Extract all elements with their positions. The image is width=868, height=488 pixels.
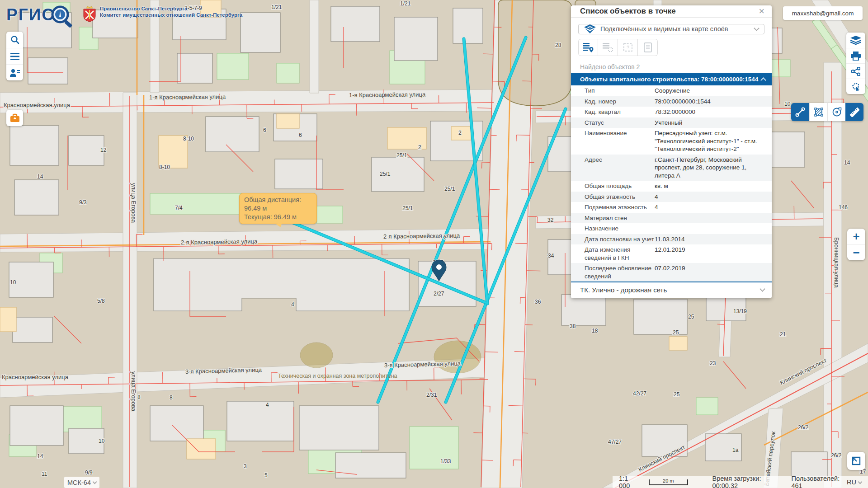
- rect-question-icon: ?: [623, 42, 633, 52]
- street-name-label: Бронницкая улица: [833, 237, 840, 288]
- map-scale[interactable]: 1:1 000: [619, 475, 639, 488]
- user-email[interactable]: maxxshab@gmail.com: [783, 6, 863, 20]
- object-info-panel: Список объектов в точке × Подключённых и…: [571, 5, 772, 298]
- house-number-label: 2: [418, 144, 421, 150]
- zoom-out-button[interactable]: −: [847, 244, 865, 260]
- house-number-label: 2/27: [434, 291, 444, 297]
- panel-header: Список объектов в точке ×: [571, 5, 772, 18]
- house-number-label: 25/1: [396, 152, 407, 159]
- house-number-label: 9/3: [79, 199, 87, 206]
- house-number-label: 1/33: [440, 458, 451, 465]
- rgis-logo[interactable]: РГИС: [6, 5, 55, 24]
- house-number-label: 4: [266, 402, 269, 408]
- house-number-label: 38: [570, 323, 576, 329]
- panel-toolbar: ?: [578, 39, 764, 56]
- attribute-row: Дата постановки на учет11.03.2014: [571, 234, 772, 245]
- gov-line1: Правительство Санкт-Петербурга: [100, 5, 242, 12]
- street-name-label: 2-я Красноармейская улица: [181, 238, 258, 246]
- layers-filter-icon: [584, 24, 596, 33]
- house-number-label: 2: [458, 130, 462, 136]
- attribute-row: Общая площадькв. м: [571, 181, 772, 192]
- measure-area-button[interactable]: [809, 103, 827, 121]
- government-header: Правительство Санкт-Петербурга Комитет и…: [83, 5, 242, 22]
- crs-selector[interactable]: МСК-64: [64, 477, 99, 488]
- ruler-button[interactable]: [845, 103, 863, 121]
- layers-button[interactable]: [846, 33, 865, 48]
- gov-line2: Комитет имущественных отношений Санкт-Пе…: [100, 12, 242, 18]
- house-number-label: 5: [264, 472, 268, 479]
- language-selector[interactable]: RU: [847, 479, 862, 486]
- house-number-label: 42/27: [633, 390, 646, 397]
- minimap-toggle-button[interactable]: [847, 452, 865, 470]
- report-button[interactable]: [638, 39, 658, 56]
- attribute-value: г.Санкт-Петербург, Московский проспект, …: [655, 156, 765, 180]
- house-number-label: 2/31: [426, 392, 437, 398]
- status-bar: 1:1 000 20 m Время загрузки: 00:00,32 По…: [613, 476, 868, 488]
- print-button[interactable]: [846, 48, 865, 63]
- street-name-label: 1-я Красноармейская улица: [149, 94, 226, 101]
- house-number-label: 28: [555, 42, 561, 48]
- street-name-label: 2-я Красноармейская улица: [383, 232, 460, 240]
- layer-filter-value: Подключённых и видимых на карте слоёв: [600, 25, 755, 33]
- right-toolbar: [846, 33, 865, 94]
- user-list-button[interactable]: [6, 64, 23, 80]
- layers-icon: [850, 36, 861, 45]
- share-icon: [851, 67, 860, 76]
- close-icon[interactable]: ×: [759, 6, 764, 16]
- attribute-value: 11.03.2014: [655, 235, 765, 244]
- load-time: Время загрузки: 00:00,32: [712, 475, 782, 488]
- svg-text:?: ?: [627, 45, 629, 50]
- panel-title: Список объектов в точке: [580, 7, 676, 16]
- menu-button[interactable]: [6, 48, 23, 64]
- hamburger-icon: [10, 53, 19, 60]
- attribute-value: 4: [655, 193, 765, 201]
- spb-coat-of-arms-icon: [83, 5, 96, 22]
- list-by-area-button[interactable]: [598, 39, 618, 56]
- chevron-down-icon: [858, 479, 863, 484]
- tooltip-current: Текущая: 96.49 м: [244, 213, 312, 221]
- house-number-label: 25/1: [402, 205, 413, 211]
- attribute-label: Тип: [585, 87, 655, 95]
- section-title: Объекты капитального строительства: 78:0…: [580, 76, 758, 83]
- layer-filter-dropdown[interactable]: Подключённых и видимых на карте слоёв: [578, 24, 764, 34]
- attribute-row: Последнее обновление сведений07.02.2019: [571, 263, 772, 282]
- identify-rect-button[interactable]: ?: [618, 39, 638, 56]
- house-number-label: 146: [839, 204, 848, 211]
- chevron-down-icon: [760, 286, 765, 292]
- house-number-label: 25/1: [444, 186, 455, 192]
- list-by-point-button[interactable]: [578, 39, 598, 56]
- search-button[interactable]: [6, 32, 23, 48]
- ruler-icon: [849, 107, 859, 117]
- user-list-icon: [10, 69, 20, 77]
- attribute-value: 4: [655, 203, 765, 211]
- measure-radius-button[interactable]: [827, 103, 845, 121]
- house-number-label: 18: [592, 328, 598, 334]
- zoom-in-button[interactable]: +: [847, 229, 865, 244]
- house-number-label: 11: [42, 471, 47, 477]
- services-button[interactable]: [6, 110, 23, 126]
- house-number-label: 25: [673, 329, 679, 336]
- house-number-label: 25/1: [380, 171, 391, 177]
- house-number-label: 6: [299, 132, 302, 138]
- attribute-value: 07.02.2019: [655, 264, 765, 280]
- measure-distance-button[interactable]: [791, 103, 809, 121]
- house-number-label: 10: [784, 101, 791, 107]
- measure-area-icon: [814, 107, 824, 117]
- chevron-down-icon: [754, 25, 760, 31]
- section-road-network[interactable]: ТК. Улично - дорожная сеть: [571, 282, 772, 298]
- attribute-row: ТипСооружение: [571, 85, 772, 96]
- house-number-label: 47/27: [608, 439, 622, 445]
- select-area-button[interactable]: [846, 79, 865, 94]
- section-capital-construction[interactable]: Объекты капитального строительства: 78:0…: [571, 73, 772, 85]
- collapse-arrow-icon: [851, 456, 861, 466]
- house-number-label: 7/4: [175, 205, 183, 211]
- lasso-select-icon: [851, 82, 861, 91]
- house-number-label: 12: [100, 147, 107, 153]
- attribute-label: Назначение: [585, 225, 655, 233]
- found-objects-count: Найдено объектов 2: [580, 63, 772, 70]
- attribute-table: ТипСооружениеКад. номер78:00:0000000:154…: [571, 85, 772, 282]
- share-button[interactable]: [846, 63, 865, 79]
- house-number-label: 21: [780, 331, 786, 338]
- house-number-label: 36: [535, 299, 541, 305]
- street-name-label: улица Егорова: [130, 371, 137, 412]
